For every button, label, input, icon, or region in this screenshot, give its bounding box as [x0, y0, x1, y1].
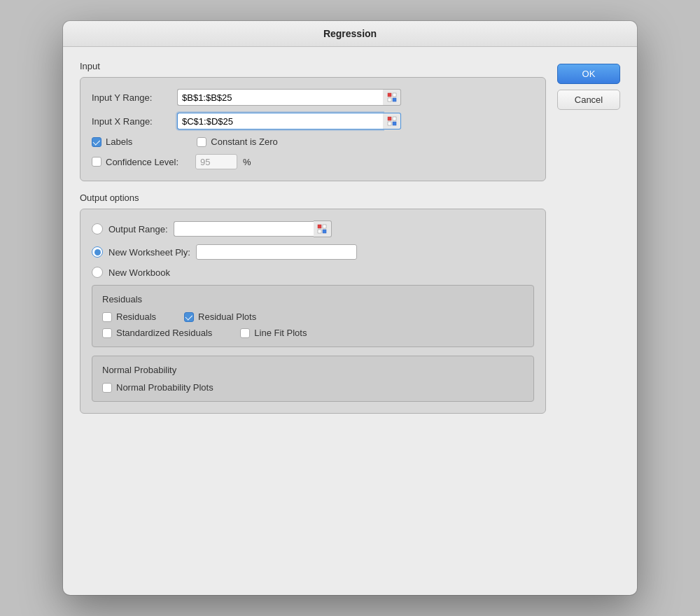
output-section-label: Output options [80, 192, 546, 203]
svg-rect-4 [388, 117, 391, 120]
cancel-button[interactable]: Cancel [557, 90, 620, 110]
new-workbook-radio[interactable] [92, 267, 103, 278]
new-worksheet-row: New Worksheet Ply: [92, 244, 534, 260]
confidence-value-input[interactable] [195, 154, 237, 169]
svg-rect-1 [393, 93, 396, 97]
input-x-row: Input X Range: [92, 113, 534, 130]
labels-checkbox[interactable] [92, 137, 102, 147]
input-x-label: Input X Range: [92, 116, 169, 127]
input-y-range-picker-button[interactable] [383, 89, 401, 106]
dialog-main: Input Input Y Range: [80, 61, 546, 425]
confidence-checkbox-row: Confidence Level: [92, 157, 178, 167]
ok-button[interactable]: OK [557, 64, 620, 84]
svg-rect-10 [318, 230, 321, 233]
labels-checkbox-row: Labels [92, 136, 132, 147]
labels-label: Labels [106, 136, 132, 147]
new-worksheet-radio[interactable] [92, 246, 103, 258]
normal-probability-plots-checkbox[interactable] [102, 383, 112, 393]
residual-plots-checkbox[interactable] [184, 312, 194, 322]
residual-plots-checkbox-row: Residual Plots [184, 312, 256, 322]
output-range-radio[interactable] [92, 223, 103, 234]
new-workbook-label: New Workbook [108, 267, 170, 278]
confidence-level-checkbox[interactable] [92, 157, 102, 167]
standardized-residuals-checkbox-row: Standardized Residuals [102, 328, 212, 338]
svg-rect-3 [393, 98, 396, 102]
residuals-subsection: Residuals Residuals Residual Plots [92, 285, 534, 347]
input-x-field-container [177, 113, 401, 130]
standardized-residuals-checkbox[interactable] [102, 328, 112, 338]
constant-zero-label: Constant is Zero [211, 136, 277, 147]
svg-rect-5 [393, 117, 396, 120]
standardized-residuals-label: Standardized Residuals [116, 328, 212, 338]
labels-constant-row: Labels Constant is Zero [92, 136, 534, 147]
confidence-input-row: % [195, 154, 251, 169]
constant-zero-checkbox-row: Constant is Zero [197, 136, 277, 147]
input-y-field-container [177, 89, 401, 106]
normal-probability-subsection: Normal Probability Normal Probability Pl… [92, 356, 534, 402]
svg-rect-2 [388, 98, 391, 102]
output-range-label: Output Range: [108, 224, 168, 234]
svg-rect-0 [388, 93, 391, 97]
new-worksheet-label: New Worksheet Ply: [108, 247, 190, 258]
dialog-body: Input Input Y Range: [63, 47, 637, 439]
input-y-row: Input Y Range: [92, 89, 534, 106]
percent-label: % [243, 157, 251, 167]
residuals-section-label: Residuals [102, 294, 524, 304]
confidence-level-label: Confidence Level: [106, 157, 178, 167]
output-section-box: Output Range: [80, 209, 546, 414]
new-worksheet-input[interactable] [196, 244, 357, 260]
svg-rect-7 [393, 122, 396, 125]
svg-rect-11 [323, 230, 326, 233]
input-y-field[interactable] [177, 89, 383, 106]
output-range-input[interactable] [174, 221, 314, 237]
input-x-range-picker-button[interactable] [383, 113, 401, 130]
regression-dialog: Regression Input Input Y Range: [63, 21, 637, 595]
line-fit-plots-label: Line Fit Plots [254, 328, 307, 338]
normal-probability-section-label: Normal Probability [102, 365, 524, 375]
output-range-row: Output Range: [92, 220, 534, 237]
residuals-label: Residuals [116, 312, 156, 322]
residuals-row1: Residuals Residual Plots [102, 312, 524, 322]
svg-rect-9 [323, 225, 326, 228]
input-x-field[interactable] [177, 113, 383, 130]
residuals-row2: Standardized Residuals Line Fit Plots [102, 328, 524, 338]
residual-plots-label: Residual Plots [198, 312, 256, 322]
input-y-label: Input Y Range: [92, 92, 169, 103]
dialog-buttons: OK Cancel [557, 61, 620, 425]
normal-probability-plots-label: Normal Probability Plots [116, 382, 214, 393]
confidence-row: Confidence Level: % [92, 154, 534, 169]
line-fit-plots-checkbox-row: Line Fit Plots [240, 328, 307, 338]
line-fit-plots-checkbox[interactable] [240, 328, 250, 338]
input-section-label: Input [80, 61, 546, 71]
residuals-checkbox-row: Residuals [102, 312, 156, 322]
input-section-box: Input Y Range: [80, 77, 546, 181]
dialog-title: Regression [63, 21, 637, 47]
output-range-picker-button[interactable] [314, 220, 332, 237]
output-range-field-container [174, 220, 356, 237]
new-workbook-row: New Workbook [92, 267, 534, 278]
normal-probability-plots-row: Normal Probability Plots [102, 382, 524, 393]
svg-rect-6 [388, 122, 391, 125]
svg-rect-8 [318, 225, 321, 228]
constant-zero-checkbox[interactable] [197, 137, 206, 147]
residuals-checkbox[interactable] [102, 312, 112, 322]
